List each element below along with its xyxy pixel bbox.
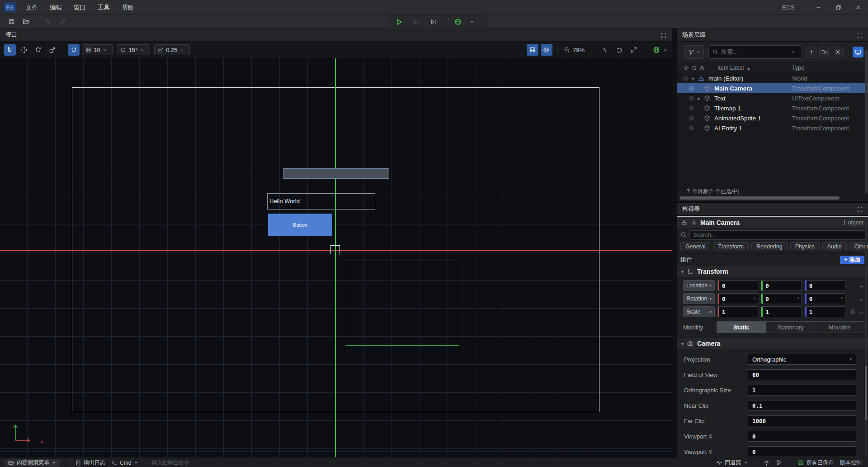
cmd-dropdown[interactable]: Cmd [112,460,138,466]
scale-label-dropdown[interactable]: Scale▾ [683,306,715,317]
reset-view-button[interactable] [614,44,625,55]
menu-file[interactable]: 文件 [20,0,44,15]
network-status-icon[interactable] [764,460,770,466]
menu-help[interactable]: 帮助 [116,0,140,15]
add-component-button[interactable]: + 添加 [840,256,864,264]
collapse-chevron-icon[interactable]: ▾ [689,76,697,81]
eye-column-icon[interactable] [683,65,689,71]
close-button[interactable] [848,0,868,15]
ui-text-element[interactable]: Hello World [267,193,375,210]
eye-icon[interactable] [689,125,695,131]
filter-button[interactable] [684,45,704,59]
mobility-movable[interactable]: Movable [815,322,864,333]
scale-tool-button[interactable] [46,44,58,56]
ui-button-element[interactable]: Button [268,214,332,236]
globe-launch-button[interactable] [452,16,464,27]
eye-icon[interactable] [683,76,689,81]
save-status[interactable]: 所有已保存 [798,459,834,467]
rotation-z-input[interactable]: 0° [805,293,845,304]
scale-z-input[interactable]: 1 [805,306,845,317]
tab-audio[interactable]: Audio [822,242,847,251]
inspector-scrollbar-thumb[interactable] [865,366,867,420]
scene-canvas[interactable]: Hello World Button x [0,58,672,457]
tilemap-selected-bar[interactable] [283,168,389,179]
camera-section-header[interactable]: ▾ Camera [677,338,868,349]
stats-pulse-button[interactable] [599,44,610,55]
rotation-label-dropdown[interactable]: Rotation▾ [683,293,715,304]
new-folder-button[interactable] [819,47,830,57]
tab-transform[interactable]: Transform [713,242,749,251]
fullscreen-button[interactable] [628,44,639,55]
column-item-label[interactable]: Item Label▲ [711,65,750,71]
eye-icon[interactable] [689,86,695,91]
hierarchy-row-text[interactable]: ▸ Text UITextComponent [677,93,868,103]
link-axes-icon[interactable]: ↔ [859,282,864,289]
tab-physics[interactable]: Physics [790,242,820,251]
camera-mode-chevron-icon[interactable] [662,44,668,55]
app-logo[interactable]: ES [4,2,16,12]
inspector-expand-icon[interactable] [857,206,863,213]
snap-toggle-button[interactable] [68,44,80,56]
viewport-expand-icon[interactable] [661,32,666,38]
save-button[interactable] [5,16,17,27]
globe-dropdown-chevron-icon[interactable] [469,16,475,27]
eye-icon[interactable] [689,105,695,111]
location-label-dropdown[interactable]: Location▾ [683,280,715,291]
hierarchy-row-animatedsprite[interactable]: AnimatedSprite 1 TransformComponent [677,113,868,123]
tab-general[interactable]: General [680,242,710,251]
lock-column-icon[interactable] [699,65,705,71]
version-control-button[interactable]: 版本控制 [840,459,862,467]
step-forward-button[interactable] [427,16,439,27]
viewport-y-input[interactable]: 0 [748,446,856,457]
rotation-snap-dropdown[interactable]: 15° [117,44,150,55]
transform-section-header[interactable]: ▾ Transform [677,266,868,277]
output-log-button[interactable]: 输出日志 [75,459,105,467]
trace-dropdown[interactable]: 回追踪 [716,459,748,467]
visibility-button[interactable] [541,44,552,56]
stop-button[interactable] [410,16,422,27]
projection-dropdown[interactable]: Orthographic▾ [748,354,856,365]
chevron-down-icon[interactable]: ▾ [681,341,684,346]
eye-icon[interactable] [689,95,695,101]
lock-open-icon[interactable] [681,219,688,226]
hierarchy-row-tilemap[interactable]: Tilemap 1 TransformComponent [677,103,868,113]
gear-icon[interactable] [691,219,697,226]
inspector-search-input[interactable] [693,232,862,238]
tab-rendering[interactable]: Rendering [751,242,788,251]
add-entity-button[interactable] [806,47,816,57]
play-button[interactable] [393,16,405,27]
expand-chevron-icon[interactable]: ▸ [695,96,703,101]
minimize-button[interactable] [808,0,828,15]
menu-tools[interactable]: 工具 [92,0,116,15]
rotate-tool-button[interactable] [32,44,44,56]
grid-snap-dropdown[interactable]: 10 [82,44,113,55]
viewport-x-input[interactable]: 0 [748,431,856,442]
far-clip-input[interactable]: 1000 [748,415,856,426]
mobility-stationary[interactable]: Stationary [766,322,816,333]
lock-open-icon[interactable] [850,309,856,314]
move-tool-button[interactable] [18,44,30,56]
column-type[interactable]: Type [792,65,804,71]
mobility-static[interactable]: Static [717,322,766,333]
content-drawer-button[interactable]: 内容侧滑菜单 [5,459,60,467]
select-tool-button[interactable] [4,44,16,56]
hierarchy-horizontal-scrollbar[interactable] [679,196,840,200]
settings-button[interactable] [833,47,844,57]
location-x-input[interactable]: 0 [717,280,758,291]
hierarchy-row-main[interactable]: ▾ main (Editor) World [677,73,868,83]
near-clip-input[interactable]: 0.1 [748,400,856,411]
console-command-field[interactable]: 输入控制台命令 [144,459,189,467]
undo-button[interactable] [42,16,54,27]
maximize-button[interactable] [828,0,848,15]
hierarchy-search[interactable] [708,45,802,59]
hierarchy-row-main-camera[interactable]: Main Camera TransformComponent [677,83,868,93]
display-toggle-button[interactable] [853,47,863,57]
inspector-search-box[interactable] [689,230,865,240]
rotation-y-input[interactable]: 0° [761,293,802,304]
link-axes-icon[interactable]: ↔ [859,309,864,315]
link-axes-icon[interactable]: ↔ [859,295,864,302]
zoom-control[interactable]: 79% [564,47,585,53]
scale-snap-dropdown[interactable]: 0.25 [154,44,190,55]
location-z-input[interactable]: 0 [805,280,845,291]
inspector-scrollbar-track[interactable] [865,217,867,456]
